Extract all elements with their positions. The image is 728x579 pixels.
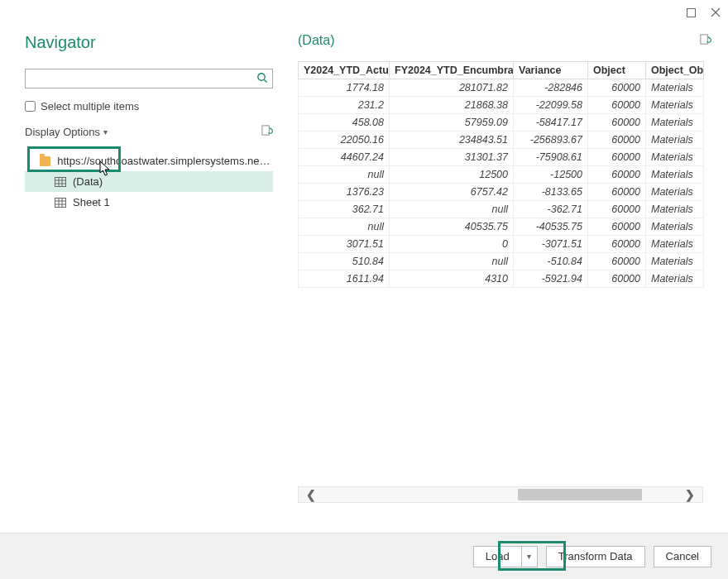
table-cell: Materials — [646, 114, 704, 132]
refresh-icon[interactable] — [261, 124, 273, 139]
table-cell: null — [299, 218, 390, 236]
dialog-footer: Load ▾ Transform Data Cancel — [0, 533, 728, 579]
table-cell: 21868.38 — [390, 97, 514, 114]
table-row[interactable]: 22050.16234843.51-256893.6760000Material… — [299, 132, 704, 149]
transform-data-button[interactable]: Transform Data — [546, 546, 645, 567]
scroll-left-arrow[interactable]: ❮ — [299, 488, 323, 501]
svg-rect-0 — [687, 8, 695, 17]
search-input[interactable] — [25, 69, 273, 89]
table-cell: -8133.65 — [514, 184, 588, 201]
table-row[interactable]: 1611.944310-5921.9460000Materials — [299, 270, 704, 288]
table-cell: -22099.58 — [514, 97, 588, 114]
table-cell: 22050.16 — [299, 132, 390, 149]
table-cell: 60000 — [588, 218, 646, 236]
table-icon — [55, 198, 66, 208]
table-row[interactable]: 458.0857959.09-58417.1760000Materials — [299, 114, 704, 132]
load-button[interactable]: Load — [473, 546, 521, 567]
table-cell: 60000 — [588, 114, 646, 132]
preview-table: Y2024_YTD_ActualFY2024_YTD_EncumbrancesV… — [298, 61, 704, 288]
preview-title: (Data) — [298, 33, 334, 48]
table-row[interactable]: null40535.75-40535.7560000Materials — [299, 218, 704, 236]
table-cell: 60000 — [588, 79, 646, 97]
table-cell: Materials — [646, 79, 704, 97]
table-cell: 60000 — [588, 166, 646, 184]
table-row[interactable]: 1376.236757.42-8133.6560000Materials — [299, 184, 704, 201]
table-cell: Materials — [646, 184, 704, 201]
table-row[interactable]: 1774.18281071.82-28284660000Materials — [299, 79, 704, 97]
table-cell: 1611.94 — [299, 270, 390, 288]
display-options-dropdown[interactable]: Display Options ▾ — [25, 126, 108, 138]
table-row[interactable]: 3071.510-3071.5160000Materials — [299, 236, 704, 253]
table-cell: Materials — [646, 97, 704, 114]
svg-rect-11 — [55, 198, 66, 207]
table-cell: -12500 — [514, 166, 588, 184]
scroll-right-arrow[interactable]: ❯ — [678, 488, 702, 501]
scroll-track[interactable] — [323, 489, 678, 500]
table-cell: 31301.37 — [390, 149, 514, 166]
column-header[interactable]: Y2024_YTD_Actual — [299, 62, 390, 79]
tree-item-sheet1[interactable]: Sheet 1 — [25, 192, 273, 213]
table-row[interactable]: 510.84null-510.8460000Materials — [299, 253, 704, 270]
table-cell: -362.71 — [514, 201, 588, 218]
svg-rect-6 — [55, 177, 66, 186]
table-cell: 281071.82 — [390, 79, 514, 97]
tree-item-data[interactable]: (Data) — [25, 171, 273, 192]
svg-point-3 — [258, 74, 265, 80]
load-dropdown-button[interactable]: ▾ — [521, 546, 538, 567]
horizontal-scrollbar[interactable]: ❮ ❯ — [298, 486, 703, 503]
display-options-label: Display Options — [25, 126, 100, 138]
table-cell: null — [390, 253, 514, 270]
tree-item-data-label: (Data) — [73, 175, 103, 188]
table-cell: Materials — [646, 270, 704, 288]
caret-down-icon: ▾ — [103, 127, 108, 136]
table-cell: 60000 — [588, 149, 646, 166]
table-cell: -3071.51 — [514, 236, 588, 253]
source-tree: https://southcoastwater.simplersystems.n… — [25, 151, 298, 213]
table-cell: 60000 — [588, 236, 646, 253]
navigator-panel: Navigator Select multiple items Display … — [25, 25, 298, 533]
table-cell: 0 — [390, 236, 514, 253]
column-header[interactable]: Variance — [514, 62, 588, 79]
refresh-preview-icon[interactable] — [699, 33, 711, 48]
table-row[interactable]: 44607.2431301.37-75908.6160000Materials — [299, 149, 704, 166]
table-cell: Materials — [646, 166, 704, 184]
table-icon — [55, 177, 66, 187]
table-row[interactable]: null12500-1250060000Materials — [299, 166, 704, 184]
column-header[interactable]: Object_Ob — [646, 62, 704, 79]
table-row[interactable]: 231.221868.38-22099.5860000Materials — [299, 97, 704, 114]
table-cell: 60000 — [588, 132, 646, 149]
table-cell: 362.71 — [299, 201, 390, 218]
table-cell: 458.08 — [299, 114, 390, 132]
table-cell: 1376.23 — [299, 184, 390, 201]
select-multiple-label: Select multiple items — [41, 100, 139, 112]
column-header[interactable]: FY2024_YTD_Encumbrances — [390, 62, 514, 79]
svg-rect-5 — [262, 126, 269, 135]
tree-root-label: https://southcoastwater.simplersystems.n… — [57, 155, 273, 167]
table-cell: 40535.75 — [390, 218, 514, 236]
select-multiple-checkbox[interactable]: Select multiple items — [25, 100, 298, 112]
cancel-button[interactable]: Cancel — [654, 546, 711, 567]
preview-panel: (Data) Y2024_YTD_ActualFY2024_YTD_Encumb… — [298, 25, 728, 533]
table-row[interactable]: 362.71null-362.7160000Materials — [299, 201, 704, 218]
dialog-title: Navigator — [25, 33, 298, 52]
tree-item-sheet1-label: Sheet 1 — [73, 196, 110, 208]
scroll-thumb[interactable] — [518, 489, 642, 500]
column-header[interactable]: Object — [588, 62, 646, 79]
table-cell: 1774.18 — [299, 79, 390, 97]
table-cell: Materials — [646, 218, 704, 236]
table-cell: 510.84 — [299, 253, 390, 270]
tree-root-source[interactable]: https://southcoastwater.simplersystems.n… — [25, 151, 273, 171]
table-cell: 234843.51 — [390, 132, 514, 149]
table-cell: 6757.42 — [390, 184, 514, 201]
svg-line-4 — [264, 79, 266, 82]
maximize-button[interactable] — [685, 7, 697, 18]
close-button[interactable] — [710, 7, 721, 18]
table-cell: Materials — [646, 236, 704, 253]
table-cell: Materials — [646, 253, 704, 270]
table-cell: 60000 — [588, 184, 646, 201]
table-cell: -5921.94 — [514, 270, 588, 288]
select-multiple-input[interactable] — [25, 101, 36, 112]
table-cell: Materials — [646, 201, 704, 218]
table-cell: 44607.24 — [299, 149, 390, 166]
table-cell: -75908.61 — [514, 149, 588, 166]
